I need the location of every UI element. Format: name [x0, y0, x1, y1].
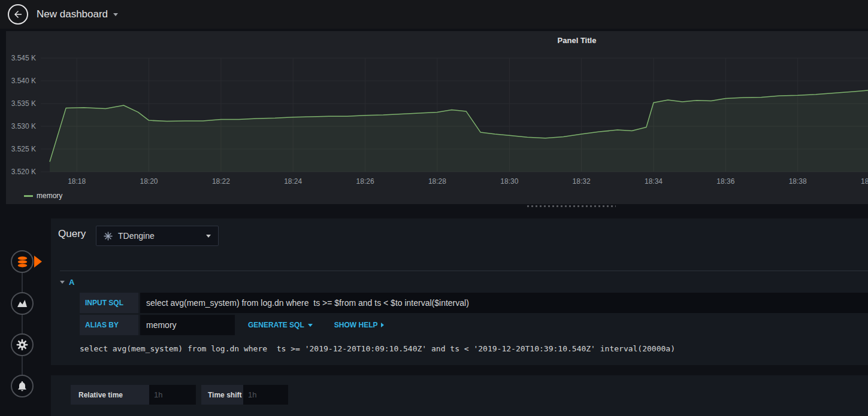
time-shift-label: Time shift	[201, 385, 243, 405]
svg-text:3.530 K: 3.530 K	[11, 122, 36, 130]
svg-text:3.535 K: 3.535 K	[11, 99, 36, 108]
svg-text:18:26: 18:26	[356, 177, 374, 186]
generate-sql-button[interactable]: GENERATE SQL	[240, 315, 321, 335]
relative-time-field[interactable]	[149, 385, 196, 405]
input-sql-row: INPUT SQL	[80, 293, 868, 313]
tab-visualization[interactable]	[11, 292, 34, 315]
top-header: New dashboard	[0, 0, 868, 29]
svg-text:3.540 K: 3.540 K	[11, 77, 36, 85]
relative-time-label: Relative time	[71, 385, 149, 405]
tab-alert[interactable]	[11, 375, 34, 397]
horizontal-scrollbar-handle[interactable]	[526, 205, 616, 208]
tab-general[interactable]	[11, 333, 34, 356]
tab-connector-line	[22, 262, 23, 386]
svg-text:3.525 K: 3.525 K	[11, 145, 36, 153]
arrow-left-icon	[13, 9, 23, 20]
database-icon	[16, 256, 29, 268]
alias-by-row: ALIAS BY GENERATE SQL SHOW HELP	[80, 315, 868, 335]
generate-sql-label: GENERATE SQL	[248, 321, 304, 329]
query-row-toggle[interactable]: A	[60, 276, 74, 288]
tdengine-logo-icon	[104, 232, 113, 241]
gear-icon	[16, 339, 28, 351]
chevron-right-icon	[381, 323, 384, 327]
show-help-button[interactable]: SHOW HELP	[326, 315, 393, 335]
svg-text:18:40: 18:40	[861, 177, 868, 186]
query-ref-id: A	[69, 278, 74, 287]
panel-editor: Query TDengine A INPUT SQL ALIAS BY GENE…	[51, 218, 868, 416]
datasource-select[interactable]: TDengine	[96, 226, 219, 246]
svg-text:18:34: 18:34	[645, 177, 663, 186]
svg-text:18:30: 18:30	[500, 177, 518, 186]
graph-panel: Panel Title 3.520 K3.525 K3.530 K3.535 K…	[6, 31, 868, 204]
back-button[interactable]	[8, 4, 28, 25]
svg-text:18:38: 18:38	[789, 177, 807, 186]
svg-text:18:24: 18:24	[284, 177, 302, 186]
show-help-label: SHOW HELP	[334, 321, 378, 329]
input-sql-field[interactable]	[140, 293, 868, 313]
memory-chart[interactable]: 3.520 K3.525 K3.530 K3.535 K3.540 K3.545…	[6, 31, 868, 188]
svg-text:18:36: 18:36	[716, 177, 734, 186]
legend-series-label[interactable]: memory	[37, 192, 62, 200]
svg-text:3.545 K: 3.545 K	[11, 54, 36, 62]
datasource-name: TDengine	[118, 231, 155, 241]
alias-by-field[interactable]	[140, 315, 235, 335]
tab-queries[interactable]	[11, 250, 34, 273]
svg-text:18:28: 18:28	[428, 177, 446, 186]
dashboard-title-menu[interactable]: New dashboard	[37, 7, 118, 22]
svg-text:18:22: 18:22	[212, 177, 230, 186]
svg-text:18:32: 18:32	[573, 177, 591, 186]
alias-by-label: ALIAS BY	[80, 315, 138, 335]
section-divider	[60, 271, 868, 271]
collapse-chevron-icon	[60, 281, 65, 284]
svg-text:18:18: 18:18	[68, 177, 86, 186]
bell-icon	[16, 380, 28, 392]
time-shift-field[interactable]	[243, 385, 288, 405]
editor-tab-strip	[0, 218, 51, 416]
svg-text:3.520 K: 3.520 K	[11, 168, 36, 176]
chart-icon	[16, 297, 28, 309]
generated-sql-text: select avg(mem_system) from log.dn where…	[80, 344, 675, 353]
input-sql-label: INPUT SQL	[80, 293, 138, 313]
legend-series-color	[24, 195, 33, 197]
active-tab-arrow-icon	[34, 256, 42, 268]
chevron-down-icon	[113, 13, 118, 16]
dashboard-title: New dashboard	[37, 8, 108, 20]
query-section-title: Query	[58, 228, 86, 240]
time-options-row: Relative time Time shift	[71, 385, 288, 405]
chevron-down-icon	[206, 235, 211, 238]
chevron-down-icon	[308, 324, 313, 327]
svg-text:18:20: 18:20	[140, 177, 158, 186]
chart-legend: memory	[24, 192, 62, 200]
